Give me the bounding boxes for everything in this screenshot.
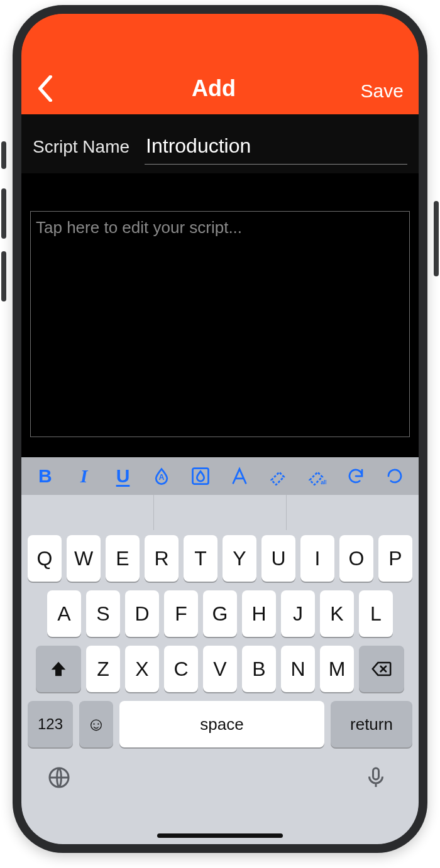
backspace-icon — [371, 658, 392, 680]
highlight-color-button[interactable] — [190, 464, 211, 488]
key-g[interactable]: G — [203, 590, 237, 637]
redo-icon — [385, 467, 404, 486]
key-x[interactable]: X — [125, 646, 159, 692]
key-emoji[interactable]: ☺ — [79, 701, 113, 747]
keyboard-row-2: A S D F G H J K L — [25, 590, 415, 637]
keyboard: Q W E R T Y U I O P A S D F G H J K L — [21, 530, 419, 844]
key-b[interactable]: B — [242, 646, 276, 692]
bold-button[interactable]: B — [35, 464, 55, 488]
app-screen: Add Save Script Name B I U A — [21, 14, 419, 844]
svg-rect-4 — [373, 768, 379, 779]
script-editor-wrap — [21, 173, 419, 457]
device-power-button — [434, 201, 439, 276]
key-p[interactable]: P — [378, 535, 412, 582]
emoji-icon: ☺ — [87, 713, 106, 735]
shift-up-icon — [49, 659, 68, 678]
device-frame: Add Save Script Name B I U A — [13, 5, 427, 853]
script-body-input[interactable] — [30, 211, 410, 437]
keyboard-extras — [25, 756, 415, 794]
eraser-icon — [269, 467, 288, 486]
droplet-outline-icon: A — [152, 467, 171, 486]
key-i[interactable]: I — [300, 535, 334, 582]
key-k[interactable]: K — [320, 590, 354, 637]
key-t[interactable]: T — [184, 535, 217, 582]
save-button[interactable]: Save — [341, 80, 404, 102]
key-backspace[interactable] — [359, 646, 404, 692]
key-f[interactable]: F — [164, 590, 198, 637]
eraser-all-icon: all — [307, 467, 326, 486]
key-space[interactable]: space — [119, 701, 324, 747]
key-h[interactable]: H — [242, 590, 276, 637]
key-q[interactable]: Q — [28, 535, 62, 582]
key-d[interactable]: D — [125, 590, 159, 637]
key-y[interactable]: Y — [223, 535, 256, 582]
keyboard-dictation-button[interactable] — [365, 766, 392, 794]
key-return[interactable]: return — [331, 701, 412, 747]
nav-bar: Add Save — [21, 14, 419, 114]
undo-button[interactable] — [346, 464, 366, 488]
key-s[interactable]: S — [86, 590, 120, 637]
globe-icon — [48, 766, 70, 789]
italic-button[interactable]: I — [74, 464, 94, 488]
key-e[interactable]: E — [106, 535, 140, 582]
script-name-input[interactable] — [145, 132, 407, 165]
key-n[interactable]: N — [281, 646, 315, 692]
home-indicator[interactable] — [157, 833, 283, 838]
key-v[interactable]: V — [203, 646, 237, 692]
back-button[interactable] — [36, 75, 87, 102]
key-shift[interactable] — [36, 646, 81, 692]
key-o[interactable]: O — [339, 535, 373, 582]
script-name-label: Script Name — [33, 137, 129, 157]
keyboard-row-3: Z X C V B N M — [25, 646, 415, 692]
font-size-button[interactable] — [229, 464, 250, 488]
text-color-button[interactable]: A — [151, 464, 172, 488]
key-r[interactable]: R — [145, 535, 179, 582]
redo-button[interactable] — [385, 464, 405, 488]
undo-icon — [346, 467, 365, 486]
svg-text:all: all — [321, 479, 327, 486]
underline-button[interactable]: U — [113, 464, 133, 488]
nav-title: Add — [87, 75, 341, 102]
key-z[interactable]: Z — [86, 646, 120, 692]
key-numbers[interactable]: 123 — [28, 701, 73, 747]
chevron-left-icon — [36, 75, 54, 102]
key-l[interactable]: L — [359, 590, 393, 637]
keyboard-suggestion-bar[interactable] — [21, 495, 419, 530]
device-volume-down — [1, 251, 6, 301]
key-a[interactable]: A — [47, 590, 81, 637]
font-a-icon — [230, 467, 249, 486]
keyboard-globe-button[interactable] — [48, 766, 75, 794]
key-j[interactable]: J — [281, 590, 315, 637]
key-u[interactable]: U — [261, 535, 295, 582]
droplet-boxed-icon — [191, 467, 210, 486]
svg-text:A: A — [159, 473, 165, 482]
script-name-row: Script Name — [21, 114, 419, 173]
key-m[interactable]: M — [320, 646, 354, 692]
device-volume-up — [1, 188, 6, 239]
clear-format-button[interactable] — [268, 464, 289, 488]
format-toolbar: B I U A all — [21, 457, 419, 495]
key-w[interactable]: W — [67, 535, 101, 582]
clear-all-button[interactable]: all — [307, 464, 327, 488]
device-mute-switch — [1, 141, 6, 169]
keyboard-row-1: Q W E R T Y U I O P — [25, 535, 415, 582]
keyboard-row-bottom: 123 ☺ space return — [25, 701, 415, 747]
microphone-icon — [365, 766, 387, 789]
key-c[interactable]: C — [164, 646, 198, 692]
